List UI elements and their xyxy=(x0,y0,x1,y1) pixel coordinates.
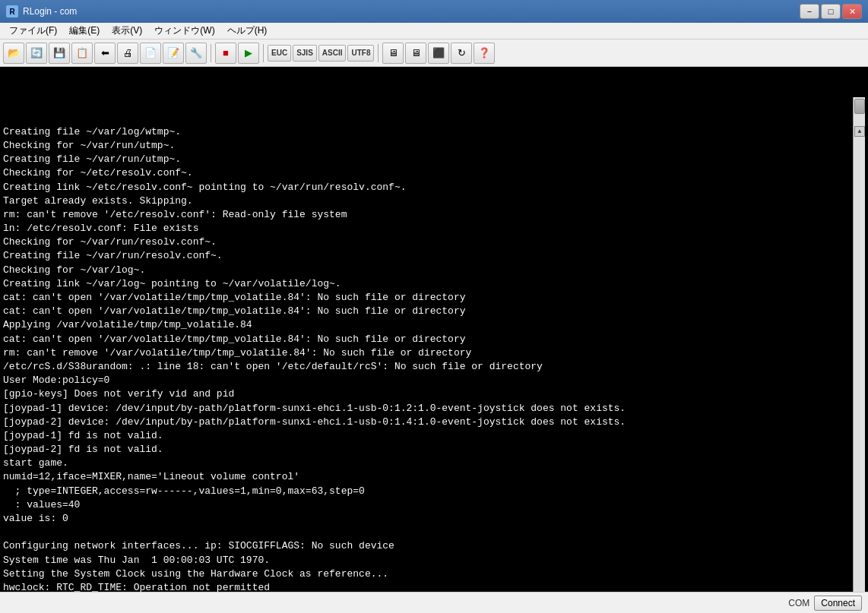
newfile-button[interactable]: 📄 xyxy=(140,43,161,64)
stop-button[interactable]: ■ xyxy=(215,43,236,64)
terminal-line: Creating file ~/var/run/utmp~. xyxy=(3,153,851,166)
terminal-line: Creating file ~/var/log/wtmp~. xyxy=(3,125,851,139)
print-button[interactable]: 🖨 xyxy=(117,43,138,64)
terminal-line: [joypad-1] fd is not valid. xyxy=(3,429,851,443)
terminal[interactable]: Creating file ~/var/log/wtmp~.Checking f… xyxy=(0,67,868,592)
settings-button[interactable]: 🔧 xyxy=(185,43,207,64)
refresh-button[interactable]: ↻ xyxy=(451,43,472,64)
terminal-line: value is: 0 xyxy=(3,512,851,526)
window-controls: − □ ✕ xyxy=(800,4,862,19)
new-connection-button[interactable]: 📂 xyxy=(3,43,24,64)
menu-edit[interactable]: 編集(E) xyxy=(63,23,106,39)
terminal-line: ln: /etc/resolv.conf: File exists xyxy=(3,222,851,235)
utf8-button[interactable]: UTF8 xyxy=(347,45,374,62)
terminal-line: rm: can't remove '/var/volatile/tmp/tmp_… xyxy=(3,346,851,360)
terminal-line: Checking for ~/var/run/resolv.conf~. xyxy=(3,235,851,249)
menu-window[interactable]: ウィンドウ(W) xyxy=(148,23,220,39)
com-label: COM xyxy=(788,598,809,608)
terminal-line: Configuring network interfaces... ip: SI… xyxy=(3,539,851,553)
terminal-line: Checking for ~/var/log~. xyxy=(3,264,851,277)
toolbar-separator-1 xyxy=(211,44,211,62)
sjis-button[interactable]: SJIS xyxy=(293,45,317,62)
terminal-line: Applying /var/volatile/tmp/tmp_volatile.… xyxy=(3,318,851,332)
menu-file[interactable]: ファイル(F) xyxy=(3,23,63,39)
screen-button-3[interactable]: ⬛ xyxy=(428,43,449,64)
terminal-line: Creating file ~/var/run/resolv.conf~. xyxy=(3,249,851,263)
terminal-line: cat: can't open '/var/volatile/tmp/tmp_v… xyxy=(3,333,851,346)
screen-button-2[interactable]: 🖥 xyxy=(405,43,426,64)
back-button[interactable]: ⬅ xyxy=(94,43,116,64)
title-bar: R RLogin - com − □ ✕ xyxy=(0,0,868,23)
ascii-button[interactable]: ASCII xyxy=(318,45,347,62)
scroll-thumb[interactable] xyxy=(854,99,865,114)
toolbar-separator-2 xyxy=(263,44,264,62)
save-button[interactable]: 💾 xyxy=(49,43,70,64)
edit-button[interactable]: 📝 xyxy=(163,43,184,64)
terminal-line: System time was Thu Jan 1 00:00:03 UTC 1… xyxy=(3,554,851,567)
menu-help[interactable]: ヘルプ(H) xyxy=(221,23,274,39)
status-bar: COM Connect xyxy=(0,592,868,613)
app-icon: R xyxy=(6,5,18,17)
play-button[interactable]: ▶ xyxy=(238,43,259,64)
terminal-line: hwclock: RTC_RD_TIME: Operation not perm… xyxy=(3,581,851,592)
terminal-line: cat: can't open '/var/volatile/tmp/tmp_v… xyxy=(3,291,851,305)
help-button[interactable]: ❓ xyxy=(474,43,495,64)
terminal-line: : values=40 xyxy=(3,498,851,512)
terminal-line: [gpio-keys] Does not verify vid and pid xyxy=(3,387,851,401)
terminal-line: cat: can't open '/var/volatile/tmp/tmp_v… xyxy=(3,305,851,318)
menu-bar: ファイル(F) 編集(E) 表示(V) ウィンドウ(W) ヘルプ(H) xyxy=(0,23,868,39)
screen-button-1[interactable]: 🖥 xyxy=(382,43,404,64)
terminal-line: rm: can't remove '/etc/resolv.conf': Rea… xyxy=(3,208,851,222)
window-title: RLogin - com xyxy=(23,6,800,17)
connect-button[interactable]: Connect xyxy=(814,596,862,611)
maximize-button[interactable]: □ xyxy=(821,4,841,19)
terminal-line: Creating link ~/etc/resolv.conf~ pointin… xyxy=(3,181,851,194)
terminal-line: Checking for ~/var/run/utmp~. xyxy=(3,139,851,153)
terminal-line xyxy=(3,526,851,539)
menu-view[interactable]: 表示(V) xyxy=(106,23,148,39)
terminal-line: ; type=INTEGER,access=rw------,values=1,… xyxy=(3,485,851,498)
euc-button[interactable]: EUC xyxy=(268,45,291,62)
terminal-line: Target already exists. Skipping. xyxy=(3,194,851,208)
clipboard-button[interactable]: 📋 xyxy=(71,43,93,64)
terminal-line: [joypad-2] fd is not valid. xyxy=(3,443,851,457)
toolbar: 📂 🔄 💾 📋 ⬅ 🖨 📄 📝 🔧 ■ ▶ EUC SJIS ASCII UTF… xyxy=(0,39,868,67)
terminal-line: User Mode:policy=0 xyxy=(3,374,851,387)
terminal-line: Setting the System Clock using the Hardw… xyxy=(3,567,851,581)
terminal-line: [joypad-1] device: /dev/input/by-path/pl… xyxy=(3,402,851,416)
reconnect-button[interactable]: 🔄 xyxy=(26,43,47,64)
terminal-line: numid=12,iface=MIXER,name='Lineout volum… xyxy=(3,470,851,484)
scroll-up-arrow[interactable]: ▲ xyxy=(854,126,865,137)
terminal-line: Creating link ~/var/log~ pointing to ~/v… xyxy=(3,277,851,291)
minimize-button[interactable]: − xyxy=(800,4,819,19)
terminal-line: start game. xyxy=(3,457,851,470)
scrollbar[interactable]: ▲ ▼ xyxy=(853,97,865,592)
terminal-line: [joypad-2] device: /dev/input/by-path/pl… xyxy=(3,416,851,429)
terminal-line: Checking for ~/etc/resolv.conf~. xyxy=(3,166,851,180)
terminal-line: /etc/rcS.d/S38urandom: .: line 18: can't… xyxy=(3,360,851,374)
close-button[interactable]: ✕ xyxy=(842,4,862,19)
toolbar-separator-3 xyxy=(378,44,379,62)
